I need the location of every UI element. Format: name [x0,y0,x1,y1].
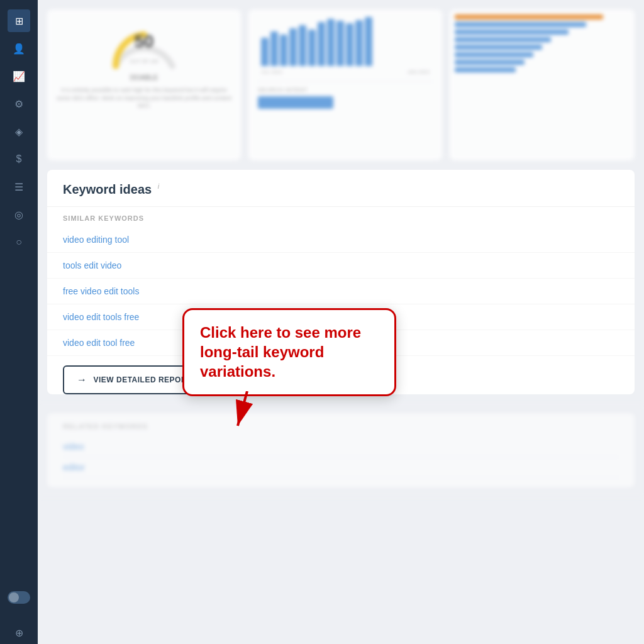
sidebar-icon-tag[interactable]: ◈ [8,120,30,143]
hbar-card [450,9,635,160]
hbar-2 [455,30,569,35]
related-keywords-label: RELATED KEYWORDS [63,423,619,430]
sidebar-icon-chart[interactable]: 📈 [8,65,30,87]
keyword-title: Keyword ideas i [63,182,619,197]
hbar-3 [455,37,551,42]
gauge-description: It is entirely possible to rank high for… [57,86,231,110]
keyword-header: Keyword ideas i [47,170,635,207]
keyword-row-1[interactable]: video editing tool [47,227,635,253]
hbar-6 [455,60,525,65]
gauge-label: DOABLE [130,74,158,81]
svg-line-1 [238,391,247,426]
bar-chart [258,19,433,69]
bar-4 [289,28,297,66]
hbar-4 [455,45,542,50]
gauge-container: 50 OUT OF 100 [106,19,182,69]
gauge-card: 50 OUT OF 100 DOABLE It is entirely poss… [47,9,241,160]
sidebar-icon-globe[interactable]: ◎ [8,203,30,226]
chart-labels: JUL 2022 JAN 2023 [258,69,433,75]
keyword-row-2[interactable]: tools edit video [47,253,635,279]
search-intent-section: SEARCH INTENT [258,81,433,109]
bar-8 [327,19,335,66]
chart-label-right: JAN 2023 [408,69,430,75]
callout-arrow-icon [235,391,272,429]
sidebar-icon-circle[interactable]: ○ [8,231,30,253]
intent-bar [258,96,333,109]
bar-7 [318,22,325,66]
related-keyword-2[interactable]: editor [63,457,619,478]
sidebar-icon-home[interactable]: ⊞ [8,9,30,32]
keyword-row-3[interactable]: free video edit tools [47,279,635,304]
sidebar-icon-list[interactable]: ☰ [8,175,30,198]
hbar-5 [455,52,533,57]
sidebar-icon-settings[interactable]: ⚙ [8,92,30,115]
chart-card: JUL 2022 JAN 2023 SEARCH INTENT [248,9,442,160]
top-section: 50 OUT OF 100 DOABLE It is entirely poss… [38,0,644,170]
callout-text: Click here to see more long-tail keyword… [200,323,379,382]
bar-11 [355,20,363,66]
hbar-1 [455,22,586,27]
bar-9 [336,21,344,66]
chart-label-left: JUL 2022 [261,69,282,75]
sidebar-toggle[interactable] [8,591,30,604]
related-keyword-1[interactable]: video [63,436,619,457]
bar-6 [308,30,316,66]
orange-bar [455,14,603,19]
sidebar-icon-user[interactable]: 👤 [8,37,30,60]
sidebar-icon-bottom[interactable]: ⊕ [8,621,30,644]
bottom-card: RELATED KEYWORDS video editor [47,413,635,487]
gauge-number: 50 [134,31,153,52]
callout-tooltip: Click here to see more long-tail keyword… [182,308,396,396]
bar-3 [280,35,287,66]
hbar-7 [455,67,516,72]
bar-12 [365,17,372,66]
bar-2 [270,31,278,66]
sidebar: ⊞ 👤 📈 ⚙ ◈ $ ☰ ◎ ○ ⊕ [0,0,38,644]
gauge-sublabel: OUT OF 100 [130,58,158,64]
bottom-section: RELATED KEYWORDS video editor [38,404,644,497]
bar-10 [346,23,353,66]
keyword-info-icon: i [158,182,159,190]
bar-1 [261,38,269,66]
arrow-right-icon: → [77,374,87,386]
search-intent-label: SEARCH INTENT [258,87,433,93]
similar-keywords-label: SIMILAR KEYWORDS [47,207,635,227]
bar-5 [299,25,306,66]
sidebar-icon-dollar[interactable]: $ [8,148,30,170]
